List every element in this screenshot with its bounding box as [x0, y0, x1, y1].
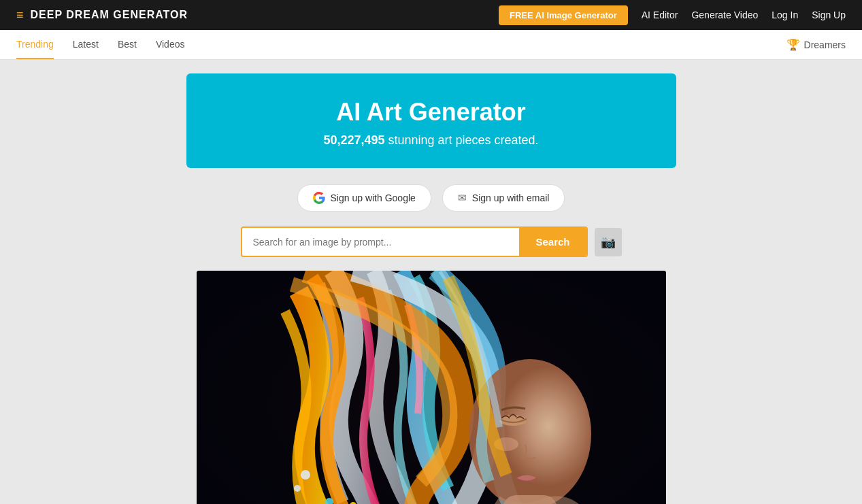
- email-signup-label: Sign up with email: [472, 192, 550, 203]
- featured-image-container: [197, 271, 666, 504]
- camera-icon: 📷: [601, 235, 616, 250]
- nav-videos[interactable]: Videos: [156, 30, 185, 59]
- art-illustration: [197, 271, 666, 504]
- main-content: AI Art Generator 50,227,495 stunning art…: [0, 60, 862, 504]
- email-icon: ✉: [458, 192, 467, 204]
- google-signup-button[interactable]: Sign up with Google: [297, 184, 431, 212]
- header: ≡ DEEP DREAM GENERATOR FREE AI Image Gen…: [0, 0, 862, 30]
- featured-image: [197, 271, 666, 504]
- brand-name: DEEP DREAM GENERATOR: [31, 9, 188, 21]
- header-right: FREE AI Image Generator AI Editor Genera…: [499, 5, 846, 25]
- svg-point-13: [301, 470, 310, 480]
- nav-latest[interactable]: Latest: [73, 30, 99, 59]
- free-ai-button[interactable]: FREE AI Image Generator: [499, 5, 628, 25]
- nav-left: Trending Latest Best Videos: [16, 30, 184, 59]
- signup-link[interactable]: Sign Up: [812, 10, 846, 20]
- svg-point-14: [294, 485, 301, 492]
- nav-right: 🏆 Dreamers: [786, 38, 846, 51]
- login-link[interactable]: Log In: [772, 10, 798, 20]
- ai-editor-link[interactable]: AI Editor: [642, 10, 678, 20]
- hero-title: AI Art Generator: [214, 98, 649, 127]
- email-signup-button[interactable]: ✉ Sign up with email: [442, 184, 565, 212]
- search-input[interactable]: [242, 228, 520, 256]
- google-signup-label: Sign up with Google: [331, 192, 416, 203]
- signup-row: Sign up with Google ✉ Sign up with email: [297, 184, 565, 212]
- nav-trending[interactable]: Trending: [16, 30, 54, 59]
- trophy-icon: 🏆: [786, 38, 800, 51]
- hero-count: 50,227,495: [323, 133, 384, 147]
- camera-search-button[interactable]: 📷: [595, 228, 622, 256]
- hero-subtitle-rest: stunning art pieces created.: [384, 133, 538, 147]
- nav: Trending Latest Best Videos 🏆 Dreamers: [0, 30, 862, 60]
- hamburger-icon[interactable]: ≡: [16, 8, 24, 22]
- google-icon: [313, 192, 325, 204]
- nav-best[interactable]: Best: [118, 30, 137, 59]
- hero-banner: AI Art Generator 50,227,495 stunning art…: [186, 73, 676, 168]
- header-left: ≡ DEEP DREAM GENERATOR: [16, 8, 188, 22]
- generate-video-link[interactable]: Generate Video: [691, 10, 758, 20]
- search-container: Search: [241, 226, 588, 257]
- hero-subtitle: 50,227,495 stunning art pieces created.: [214, 133, 649, 148]
- search-button[interactable]: Search: [519, 228, 586, 256]
- dreamers-label[interactable]: Dreamers: [804, 39, 846, 50]
- search-row: Search 📷: [241, 226, 622, 257]
